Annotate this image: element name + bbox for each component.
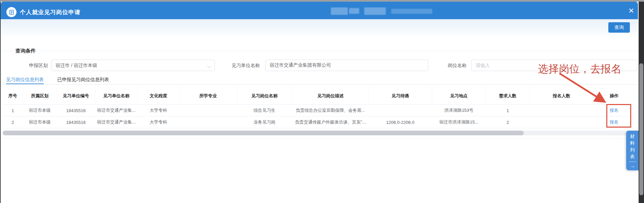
cell-action: 报名	[594, 116, 635, 128]
table-row: 2 宿迁市本级 18435516 宿迁市交通产业集... 大学专科 业务见习岗 …	[3, 116, 635, 128]
col-post-desc: 见习岗位描述	[292, 88, 369, 105]
close-icon[interactable]: ✕	[627, 6, 636, 15]
cell-district: 宿迁市本级	[23, 105, 57, 116]
table-header-row: 序号 所属区划 见习单位编号 见习单位名称 文化程度 所学专业 见习岗位名称 见…	[3, 88, 635, 105]
material-list-side-tab[interactable]: 材 料 列 表 →	[626, 131, 639, 170]
cell-seq: 1	[3, 105, 23, 116]
tab-job-list[interactable]: 见习岗位信息列表	[6, 77, 44, 83]
company-label: 见习单位名称	[219, 63, 260, 69]
vertical-scrollbar-thumb[interactable]	[639, 63, 643, 195]
cell-seq: 2	[3, 116, 23, 128]
dialog-header: 个人就业见习岗位申请	[1, 2, 638, 19]
cell-location: 宿迁市洪泽湖路15...	[432, 116, 486, 128]
cell-unit-name: 宿迁市交通产业集...	[95, 116, 137, 128]
cell-demand: 1	[486, 105, 530, 116]
cell-unit-no: 18435516	[57, 105, 95, 116]
district-label: 申报区划	[13, 63, 48, 69]
redacted-text-block	[364, 7, 386, 15]
cell-salary: 1206.0-2206.0	[369, 116, 432, 128]
query-button[interactable]: 查询	[608, 22, 630, 33]
apply-link[interactable]: 报名	[610, 120, 618, 125]
col-location: 见习地点	[432, 88, 486, 105]
annotation-text: 选择岗位，去报名	[538, 62, 621, 76]
cell-applied	[530, 116, 594, 128]
toolbar-band	[1, 19, 638, 38]
form-document-icon	[6, 7, 16, 17]
cell-education: 大学专科	[137, 116, 179, 128]
col-demand: 需求人数	[486, 88, 530, 105]
cell-location: 洪泽湖路153号	[432, 105, 486, 116]
table-bottom-line	[3, 138, 637, 139]
col-seq: 序号	[3, 88, 23, 105]
redacted-text-block	[331, 7, 348, 15]
col-major: 所学专业	[179, 88, 237, 105]
cell-district: 宿迁市本级	[23, 116, 57, 128]
section-divider	[3, 51, 13, 51]
table-row: 1 宿迁市本级 18435516 宿迁市交通产业集... 大学专科 综合见习生 …	[3, 105, 635, 116]
district-select[interactable]: 宿迁市 / 宿迁市本级	[51, 60, 215, 71]
redacted-text-block	[391, 9, 432, 14]
cell-major	[179, 105, 237, 116]
cell-post-name: 综合见习生	[237, 105, 292, 116]
col-applied: 报名人数	[530, 88, 594, 105]
col-education: 文化程度	[137, 88, 179, 105]
tabs-border	[3, 84, 637, 84]
cell-post-name: 业务见习岗	[237, 116, 292, 128]
apply-link[interactable]: 报名	[610, 108, 618, 113]
cell-major	[179, 116, 237, 128]
cell-unit-name: 宿迁市交通产业集...	[95, 105, 137, 116]
tab-applied-job-list[interactable]: 已申报见习岗位信息列表	[57, 77, 109, 83]
cell-salary	[369, 105, 432, 116]
col-post-name: 见习岗位名称	[237, 88, 292, 105]
col-unit-no: 见习单位编号	[57, 88, 95, 105]
cell-applied	[530, 105, 594, 116]
district-select-value: 宿迁市 / 宿迁市本级	[56, 63, 97, 68]
col-salary: 见习待遇	[369, 88, 432, 105]
col-action: 操作	[594, 88, 635, 105]
side-tab-char: 材	[626, 133, 639, 140]
dialog-title: 个人就业见习岗位申请	[20, 8, 80, 16]
query-section-title: 查询条件	[15, 48, 36, 54]
cell-action: 报名	[594, 105, 635, 116]
col-unit-name: 见习单位名称	[95, 88, 137, 105]
side-tab-char: 列	[626, 146, 639, 153]
cell-post-desc: 负责交通传媒户外媒体洽谈、京东"...	[292, 116, 369, 128]
side-tab-divider	[629, 162, 636, 162]
horizontal-scrollbar-thumb[interactable]	[3, 131, 524, 135]
cell-unit-no: 18435516	[57, 116, 95, 128]
cell-demand: 2	[486, 116, 530, 128]
job-table: 序号 所属区划 见习单位编号 见习单位名称 文化程度 所学专业 见习岗位名称 见…	[3, 88, 635, 128]
company-input[interactable]	[265, 60, 428, 71]
arrow-right-icon[interactable]: →	[626, 163, 639, 169]
side-tab-char: 料	[626, 140, 639, 146]
post-name-label: 岗位名称	[433, 63, 467, 69]
redacted-text-block	[349, 8, 359, 14]
chevron-down-icon	[207, 64, 211, 68]
cell-education: 大学专科	[137, 105, 179, 116]
screen: 个人就业见习岗位申请 ✕ 查询 查询条件 申报区划 宿迁市 / 宿迁市本级 见习…	[0, 0, 644, 203]
col-district: 所属区划	[23, 88, 57, 105]
side-tab-char: 表	[626, 153, 639, 160]
section-divider	[40, 51, 637, 51]
cell-post-desc: 负责综合办公室后勤保障、会务筹...	[292, 105, 369, 116]
